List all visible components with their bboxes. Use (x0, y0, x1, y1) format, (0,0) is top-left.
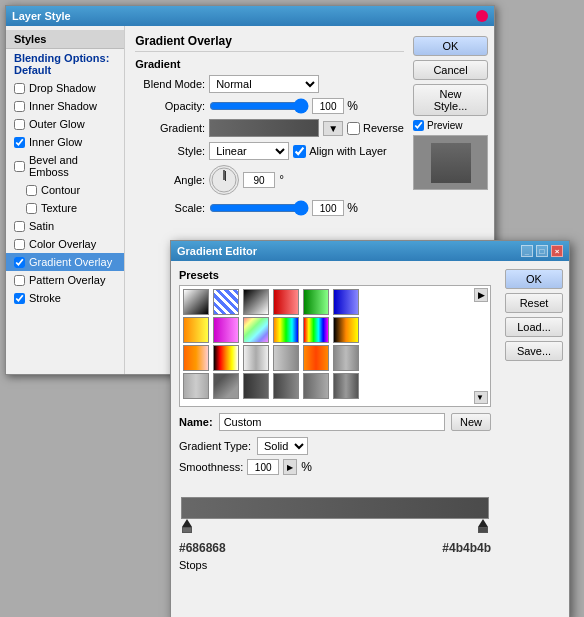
preset-item[interactable] (273, 317, 299, 343)
preset-item[interactable] (243, 373, 269, 399)
scale-unit: % (347, 201, 358, 215)
gradient-swatch[interactable] (209, 119, 319, 137)
blend-mode-select[interactable]: Normal (209, 75, 319, 93)
inner-glow-label: Inner Glow (29, 136, 82, 148)
preset-item[interactable] (183, 317, 209, 343)
sidebar-item-satin[interactable]: Satin (6, 217, 124, 235)
presets-scroll-right[interactable]: ▶ (474, 288, 488, 302)
gradient-bar[interactable] (181, 497, 489, 519)
ge-ok-button[interactable]: OK (505, 269, 563, 289)
new-style-button[interactable]: New Style... (413, 84, 488, 116)
gradient-type-select[interactable]: Solid (257, 437, 308, 455)
ge-save-button[interactable]: Save... (505, 341, 563, 361)
angle-dial[interactable] (209, 165, 239, 195)
minimize-icon[interactable]: _ (521, 245, 533, 257)
preset-item[interactable] (213, 289, 239, 315)
gradient-editor-titlebar: Gradient Editor _ □ × (171, 241, 569, 261)
texture-label: Texture (41, 202, 77, 214)
ge-reset-button[interactable]: Reset (505, 293, 563, 313)
sidebar-item-color-overlay[interactable]: Color Overlay (6, 235, 124, 253)
preset-item[interactable] (273, 289, 299, 315)
right-stop-marker[interactable] (478, 519, 488, 533)
ok-button[interactable]: OK (413, 36, 488, 56)
align-layer-label: Align with Layer (293, 145, 387, 158)
preset-item[interactable] (183, 345, 209, 371)
preset-item[interactable] (213, 373, 239, 399)
panel-title: Gradient Overlay (135, 34, 404, 52)
preset-item[interactable] (303, 373, 329, 399)
pattern-overlay-checkbox[interactable] (14, 275, 25, 286)
blend-mode-label: Blend Mode: (135, 78, 205, 90)
cancel-button[interactable]: Cancel (413, 60, 488, 80)
preset-item[interactable] (333, 317, 359, 343)
preset-item[interactable] (303, 289, 329, 315)
bevel-emboss-checkbox[interactable] (14, 161, 25, 172)
preset-item[interactable] (213, 317, 239, 343)
stops-label: Stops (179, 559, 491, 571)
ge-load-button[interactable]: Load... (505, 317, 563, 337)
name-row: Name: New (179, 413, 491, 431)
left-stop-marker[interactable] (182, 519, 192, 533)
inner-shadow-checkbox[interactable] (14, 101, 25, 112)
preset-item[interactable] (303, 317, 329, 343)
drop-shadow-checkbox[interactable] (14, 83, 25, 94)
stroke-checkbox[interactable] (14, 293, 25, 304)
close-icon[interactable]: × (551, 245, 563, 257)
preset-item[interactable] (333, 345, 359, 371)
close-icon[interactable] (476, 10, 488, 22)
sidebar-item-drop-shadow[interactable]: Drop Shadow (6, 79, 124, 97)
inner-glow-checkbox[interactable] (14, 137, 25, 148)
contour-checkbox[interactable] (26, 185, 37, 196)
presets-scroll-down[interactable]: ▼ (474, 391, 488, 404)
preset-item[interactable] (243, 289, 269, 315)
angle-unit: ° (279, 173, 284, 187)
align-layer-checkbox[interactable] (293, 145, 306, 158)
angle-input[interactable] (243, 172, 275, 188)
opacity-slider[interactable] (209, 99, 309, 113)
sidebar-item-stroke[interactable]: Stroke (6, 289, 124, 307)
preset-item[interactable] (333, 289, 359, 315)
preset-item[interactable] (183, 373, 209, 399)
texture-checkbox[interactable] (26, 203, 37, 214)
preset-item[interactable] (333, 373, 359, 399)
preset-item[interactable] (273, 373, 299, 399)
preset-item[interactable] (213, 345, 239, 371)
opacity-label: Opacity: (135, 100, 205, 112)
scale-slider[interactable] (209, 201, 309, 215)
preview-checkbox[interactable] (413, 120, 424, 131)
preview-inner (431, 143, 471, 183)
color-stops-row: #686868 #4b4b4b (179, 541, 491, 555)
name-input[interactable] (219, 413, 445, 431)
smoothness-input[interactable] (247, 459, 279, 475)
satin-checkbox[interactable] (14, 221, 25, 232)
preset-item[interactable] (303, 345, 329, 371)
reverse-checkbox[interactable] (347, 122, 360, 135)
sidebar-item-texture[interactable]: Texture (6, 199, 124, 217)
sidebar-item-contour[interactable]: Contour (6, 181, 124, 199)
gradient-overlay-checkbox[interactable] (14, 257, 25, 268)
outer-glow-checkbox[interactable] (14, 119, 25, 130)
style-select[interactable]: Linear (209, 142, 289, 160)
sidebar-item-pattern-overlay[interactable]: Pattern Overlay (6, 271, 124, 289)
gradient-overlay-label: Gradient Overlay (29, 256, 112, 268)
preset-item[interactable] (273, 345, 299, 371)
preset-item[interactable] (183, 289, 209, 315)
preset-item[interactable] (243, 317, 269, 343)
sidebar-item-bevel-emboss[interactable]: Bevel and Emboss (6, 151, 124, 181)
sidebar-item-blending-options[interactable]: Blending Options: Default (6, 49, 124, 79)
sidebar-item-inner-shadow[interactable]: Inner Shadow (6, 97, 124, 115)
sidebar-item-inner-glow[interactable]: Inner Glow (6, 133, 124, 151)
dropdown-arrow[interactable]: ▼ (323, 121, 343, 136)
smoothness-stepper[interactable]: ▶ (283, 459, 297, 475)
inner-shadow-label: Inner Shadow (29, 100, 97, 112)
sidebar-item-gradient-overlay[interactable]: Gradient Overlay (6, 253, 124, 271)
new-button[interactable]: New (451, 413, 491, 431)
color-overlay-checkbox[interactable] (14, 239, 25, 250)
preset-item[interactable] (243, 345, 269, 371)
maximize-icon[interactable]: □ (536, 245, 548, 257)
presets-label: Presets (179, 269, 491, 281)
sidebar-item-outer-glow[interactable]: Outer Glow (6, 115, 124, 133)
gradient-type-row: Gradient Type: Solid (179, 437, 491, 455)
opacity-input[interactable] (312, 98, 344, 114)
scale-input[interactable] (312, 200, 344, 216)
